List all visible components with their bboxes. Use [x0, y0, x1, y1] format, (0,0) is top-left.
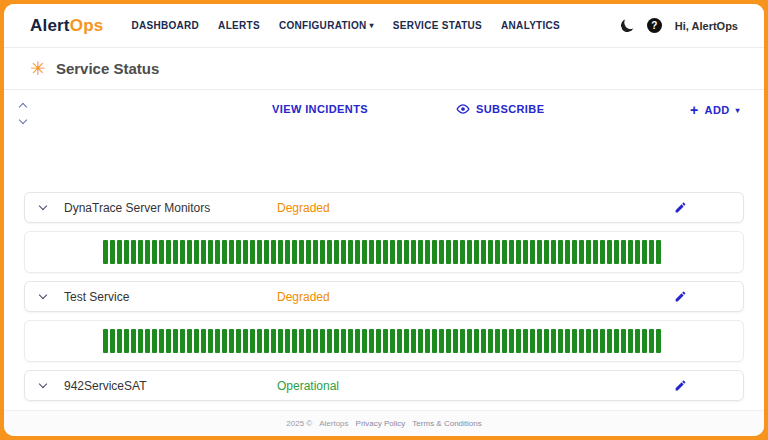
uptime-bar — [565, 240, 570, 264]
footer-link-terms-conditions[interactable]: Terms & Conditions — [412, 419, 481, 428]
nav-item-analytics[interactable]: ANALYTICS — [501, 20, 560, 31]
uptime-bar — [432, 240, 437, 264]
uptime-bar — [201, 329, 206, 353]
alertops-logo[interactable]: AlertOps — [30, 16, 103, 36]
alertops-burst-icon: ✳ — [30, 59, 46, 78]
edit-pencil-icon[interactable] — [674, 379, 687, 392]
uptime-bar — [586, 240, 591, 264]
uptime-bar — [439, 329, 444, 353]
service-list: DynaTrace Server MonitorsDegradedTest Se… — [4, 192, 764, 409]
uptime-bar — [271, 240, 276, 264]
uptime-bar — [586, 329, 591, 353]
uptime-bar — [432, 329, 437, 353]
uptime-bar — [369, 240, 374, 264]
top-navbar: AlertOps DASHBOARDALERTSCONFIGURATION▾SE… — [4, 4, 764, 48]
uptime-bar — [628, 329, 633, 353]
uptime-bar — [390, 240, 395, 264]
uptime-bar — [110, 329, 115, 353]
uptime-bar — [495, 329, 500, 353]
uptime-bar — [250, 240, 255, 264]
uptime-bar — [271, 329, 276, 353]
uptime-bar — [481, 329, 486, 353]
uptime-bar — [180, 329, 185, 353]
page-title: Service Status — [56, 60, 159, 77]
nav-item-alerts[interactable]: ALERTS — [218, 20, 260, 31]
uptime-bar — [341, 329, 346, 353]
uptime-bar — [474, 329, 479, 353]
edit-pencil-icon[interactable] — [674, 201, 687, 214]
uptime-bar — [117, 240, 122, 264]
uptime-bar — [327, 240, 332, 264]
uptime-bar — [558, 329, 563, 353]
uptime-bar — [642, 240, 647, 264]
footer: 2025 © Alertops Privacy PolicyTerms & Co… — [4, 410, 764, 436]
plus-icon: + — [690, 103, 699, 117]
view-incidents-link[interactable]: VIEW INCIDENTS — [272, 103, 368, 115]
uptime-bar — [579, 240, 584, 264]
uptime-bar — [404, 329, 409, 353]
uptime-bar — [425, 329, 430, 353]
uptime-bar — [425, 240, 430, 264]
uptime-bars-panel — [24, 320, 744, 362]
footer-brand: Alertops — [319, 419, 348, 428]
uptime-bar — [278, 240, 283, 264]
logo-text-alert: Alert — [30, 16, 70, 35]
uptime-bar — [145, 329, 150, 353]
user-greeting[interactable]: Hi, AlertOps — [675, 20, 738, 32]
uptime-bar — [285, 329, 290, 353]
service-name: DynaTrace Server Monitors — [64, 201, 210, 215]
uptime-bar — [292, 329, 297, 353]
uptime-bar — [593, 329, 598, 353]
footer-link-privacy-policy[interactable]: Privacy Policy — [356, 419, 406, 428]
chevron-down-icon[interactable] — [39, 380, 47, 388]
chevron-down-icon: ▾ — [370, 21, 374, 30]
uptime-bar — [243, 329, 248, 353]
uptime-bar — [600, 240, 605, 264]
chevron-down-icon[interactable] — [19, 116, 27, 124]
uptime-bar — [187, 329, 192, 353]
uptime-bar — [264, 329, 269, 353]
uptime-bar — [166, 329, 171, 353]
uptime-bar — [411, 240, 416, 264]
uptime-bar — [376, 329, 381, 353]
uptime-bar — [355, 329, 360, 353]
edit-pencil-icon[interactable] — [674, 290, 687, 303]
uptime-bar — [628, 240, 633, 264]
uptime-bar — [530, 240, 535, 264]
uptime-bar — [607, 240, 612, 264]
uptime-bar — [299, 240, 304, 264]
uptime-bar — [201, 240, 206, 264]
chevron-down-icon: ▾ — [736, 106, 740, 115]
help-icon[interactable]: ? — [647, 18, 662, 33]
uptime-bar — [523, 329, 528, 353]
uptime-bar — [173, 329, 178, 353]
page-header: ✳ Service Status — [4, 48, 764, 90]
moon-dark-mode-icon[interactable] — [619, 18, 635, 34]
nav-item-configuration[interactable]: CONFIGURATION▾ — [279, 20, 374, 31]
uptime-bar — [558, 240, 563, 264]
service-status-badge: Operational — [277, 379, 339, 393]
uptime-bar — [516, 240, 521, 264]
uptime-bar — [173, 240, 178, 264]
uptime-bar — [502, 329, 507, 353]
nav-item-service-status[interactable]: SERVICE STATUS — [393, 20, 482, 31]
uptime-bar — [383, 329, 388, 353]
nav-item-dashboard[interactable]: DASHBOARD — [131, 20, 199, 31]
add-button[interactable]: + ADD ▾ — [690, 103, 740, 117]
uptime-bar — [257, 329, 262, 353]
uptime-bar — [523, 240, 528, 264]
subscribe-link[interactable]: SUBSCRIBE — [456, 103, 544, 115]
chevron-up-icon[interactable] — [19, 103, 27, 111]
uptime-bar — [208, 329, 213, 353]
nav-menu: DASHBOARDALERTSCONFIGURATION▾SERVICE STA… — [131, 20, 560, 31]
uptime-bar — [187, 240, 192, 264]
uptime-bar — [656, 329, 661, 353]
uptime-bar — [250, 329, 255, 353]
uptime-bar — [544, 329, 549, 353]
uptime-bar — [208, 240, 213, 264]
chevron-down-icon[interactable] — [39, 202, 47, 210]
chevron-down-icon[interactable] — [39, 291, 47, 299]
uptime-bar — [152, 240, 157, 264]
uptime-bar — [215, 240, 220, 264]
uptime-bar — [642, 329, 647, 353]
